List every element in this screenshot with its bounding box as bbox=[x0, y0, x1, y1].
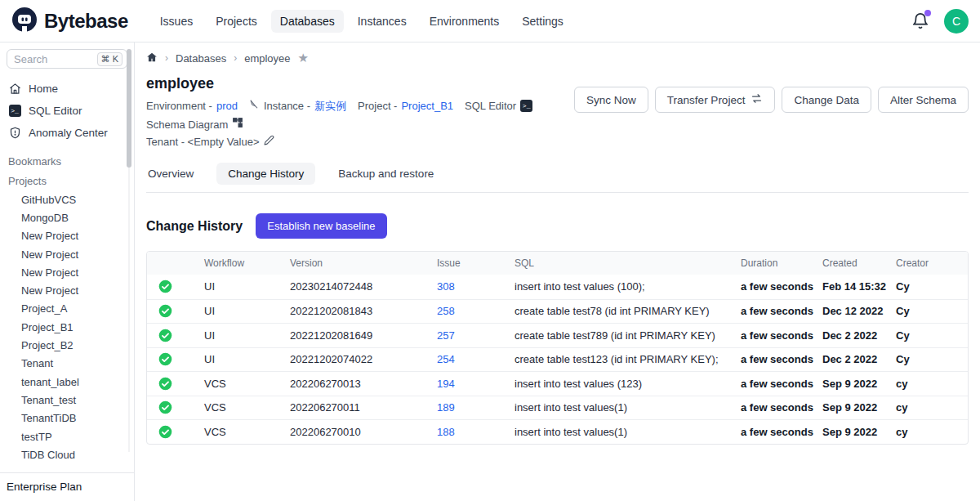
tab-change-history[interactable]: Change History bbox=[216, 163, 315, 185]
bookmark-star-icon[interactable]: ★ bbox=[298, 51, 309, 65]
chevron-right-icon: › bbox=[234, 52, 237, 64]
transfer-project-button[interactable]: Transfer Project bbox=[655, 87, 776, 113]
workflow-cell: UI bbox=[204, 353, 290, 365]
issue-link[interactable]: 308 bbox=[437, 280, 514, 293]
issue-link[interactable]: 257 bbox=[437, 329, 514, 342]
alter-schema-button[interactable]: Alter Schema bbox=[878, 87, 969, 113]
change-data-label: Change Data bbox=[794, 94, 859, 106]
created-cell: Sep 9 2022 bbox=[822, 378, 896, 390]
sidebar-section-bookmarks[interactable]: Bookmarks bbox=[7, 151, 127, 171]
sidebar-project-item[interactable]: TiDB Cloud bbox=[7, 445, 127, 463]
sidebar-section-projects[interactable]: Projects bbox=[7, 171, 127, 190]
environment-link[interactable]: prod bbox=[216, 98, 238, 114]
duration-cell: a few seconds bbox=[741, 401, 822, 414]
schema-diagram-shortcut[interactable]: Schema Diagram bbox=[146, 117, 243, 132]
table-row[interactable]: UI 20221202081649 257 create table test7… bbox=[147, 323, 968, 347]
bytebase-logo[interactable]: Bytebase bbox=[11, 7, 128, 36]
database-meta: Environment - prod Instance - 新实例 Projec… bbox=[146, 98, 620, 150]
breadcrumb-employee[interactable]: employee bbox=[244, 52, 290, 65]
sidebar-scrollbar-thumb[interactable] bbox=[127, 49, 131, 168]
sidebar-project-item[interactable]: Project_B1 bbox=[7, 318, 127, 336]
nav-databases[interactable]: Databases bbox=[271, 10, 344, 33]
creator-cell: Cy bbox=[896, 353, 968, 365]
table-row[interactable]: UI 20221202081843 258 create table test7… bbox=[147, 299, 968, 324]
breadcrumb-home-icon[interactable] bbox=[146, 51, 158, 65]
tenant-label: Tenant - <Empty Value> bbox=[146, 134, 260, 150]
nav-issues[interactable]: Issues bbox=[151, 10, 202, 33]
sync-now-button[interactable]: Sync Now bbox=[574, 87, 648, 113]
created-cell: Sep 9 2022 bbox=[822, 401, 896, 414]
project-link[interactable]: Project_B1 bbox=[401, 98, 453, 114]
sidebar-project-item[interactable]: New Project bbox=[7, 227, 127, 245]
sql-cell: create table test78 (id int PRIMARY KEY) bbox=[514, 305, 741, 317]
instance-link[interactable]: 新实例 bbox=[314, 98, 346, 114]
sidebar-project-item[interactable]: GitHubVCS bbox=[7, 190, 127, 208]
sidebar-project-item[interactable]: New Project bbox=[7, 245, 127, 263]
alter-schema-label: Alter Schema bbox=[890, 94, 956, 106]
version-cell: 20221202081843 bbox=[290, 305, 437, 317]
sidebar-project-item[interactable]: New Project bbox=[7, 281, 127, 299]
created-cell: Dec 2 2022 bbox=[822, 329, 896, 342]
sidebar-project-item[interactable]: Tenant bbox=[7, 355, 127, 373]
breadcrumb: › Databases › employee ★ bbox=[146, 50, 969, 66]
success-status-icon bbox=[147, 425, 204, 439]
sidebar-project-item[interactable]: tenant_label bbox=[7, 373, 127, 391]
version-cell: 20221202081649 bbox=[290, 329, 437, 342]
duration-cell: a few seconds bbox=[741, 280, 822, 293]
schema-diagram-icon bbox=[232, 117, 243, 132]
sql-cell: create table test123 (id int PRIMARY KEY… bbox=[514, 353, 741, 365]
table-row[interactable]: VCS 202206270011 189 insert into test va… bbox=[147, 396, 968, 420]
duration-cell: a few seconds bbox=[741, 305, 822, 317]
change-data-button[interactable]: Change Data bbox=[782, 87, 871, 113]
table-row[interactable]: UI 20230214072448 308 insert into test v… bbox=[147, 275, 968, 299]
table-row[interactable]: UI 20221202074022 254 create table test1… bbox=[147, 347, 968, 372]
breadcrumb-databases[interactable]: Databases bbox=[176, 52, 226, 65]
tab-overview[interactable]: Overview bbox=[146, 163, 195, 185]
duration-cell: a few seconds bbox=[741, 329, 822, 342]
schema-diagram-label: Schema Diagram bbox=[146, 117, 228, 132]
bytebase-logo-icon bbox=[11, 7, 38, 36]
workflow-cell: UI bbox=[204, 280, 290, 293]
sidebar-project-item[interactable]: Project_A bbox=[7, 300, 127, 318]
sidebar-item-label: SQL Editor bbox=[29, 105, 82, 117]
sidebar-project-item[interactable]: Project_B2 bbox=[7, 336, 127, 354]
issue-link[interactable]: 258 bbox=[437, 305, 514, 317]
version-cell: 20230214072448 bbox=[290, 280, 437, 293]
sidebar-item-anomaly-center[interactable]: Anomaly Center bbox=[7, 122, 127, 144]
sidebar-project-item[interactable]: testTP bbox=[7, 427, 127, 445]
sidebar-project-item[interactable]: Tenant_test bbox=[7, 391, 127, 409]
sidebar-item-home[interactable]: Home bbox=[7, 78, 127, 100]
sidebar-item-sql-editor[interactable]: >_ SQL Editor bbox=[7, 100, 127, 122]
notification-bell-icon[interactable] bbox=[911, 12, 929, 30]
workflow-cell: UI bbox=[204, 329, 290, 342]
creator-cell: Cy bbox=[896, 329, 968, 342]
version-cell: 202206270010 bbox=[290, 426, 437, 438]
issue-link[interactable]: 254 bbox=[437, 353, 514, 365]
nav-settings[interactable]: Settings bbox=[513, 10, 572, 33]
search-input[interactable] bbox=[14, 53, 81, 65]
search-input-wrapper[interactable]: ⌘ K bbox=[7, 49, 127, 69]
tab-backup-and-restore[interactable]: Backup and restore bbox=[336, 163, 435, 185]
nav-instances[interactable]: Instances bbox=[349, 10, 416, 33]
issue-link[interactable]: 189 bbox=[437, 401, 514, 414]
table-row[interactable]: VCS 202206270010 188 insert into test va… bbox=[147, 419, 968, 444]
sidebar-project-item[interactable]: MongoDB bbox=[7, 208, 127, 226]
col-creator: Creator bbox=[896, 257, 968, 269]
duration-cell: a few seconds bbox=[741, 353, 822, 365]
duration-cell: a few seconds bbox=[741, 426, 822, 438]
table-row[interactable]: VCS 202206270013 194 insert into test va… bbox=[147, 371, 968, 396]
nav-projects[interactable]: Projects bbox=[207, 10, 266, 33]
issue-link[interactable]: 194 bbox=[437, 378, 514, 390]
establish-baseline-button[interactable]: Establish new baseline bbox=[256, 213, 386, 239]
sql-editor-shortcut[interactable]: SQL Editor >_ bbox=[465, 98, 532, 114]
sidebar-project-item[interactable]: New Project bbox=[7, 263, 127, 281]
nav-environments[interactable]: Environments bbox=[421, 10, 509, 33]
version-cell: 202206270011 bbox=[290, 401, 437, 414]
issue-link[interactable]: 188 bbox=[437, 426, 514, 438]
edit-pencil-icon[interactable] bbox=[264, 134, 274, 150]
created-cell: Sep 9 2022 bbox=[822, 426, 896, 438]
sidebar-project-item[interactable]: TenantTiDB bbox=[7, 409, 127, 427]
user-avatar[interactable]: C bbox=[944, 9, 969, 34]
created-cell: Dec 12 2022 bbox=[822, 305, 896, 317]
workflow-cell: UI bbox=[204, 305, 290, 317]
